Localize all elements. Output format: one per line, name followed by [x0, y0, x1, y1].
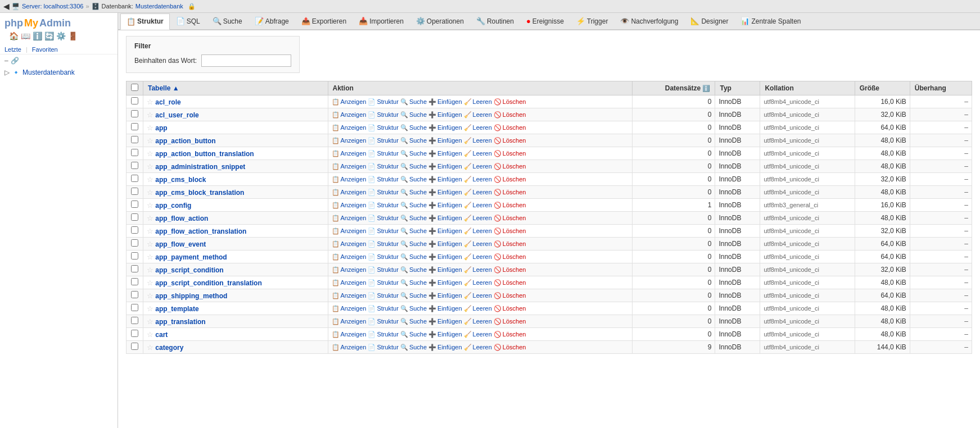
action-leeren[interactable]: 🧹 Leeren: [464, 318, 492, 325]
table-name-link[interactable]: category: [155, 344, 183, 352]
action-struktur[interactable]: 📄 Struktur: [368, 137, 399, 144]
action-leeren[interactable]: 🧹 Leeren: [464, 137, 492, 144]
table-name-link[interactable]: app_flow_action: [155, 215, 208, 222]
action-leeren[interactable]: 🧹 Leeren: [464, 202, 492, 209]
tab-operationen[interactable]: ⚙️ Operationen: [410, 13, 470, 29]
action-leeren[interactable]: 🧹 Leeren: [464, 266, 492, 274]
table-name-link[interactable]: app: [155, 124, 167, 132]
link-icon[interactable]: 🔗: [11, 57, 19, 65]
table-name-link[interactable]: acl_role: [155, 98, 180, 106]
action-suche[interactable]: 🔍 Suche: [400, 279, 427, 286]
star-icon[interactable]: ☆: [147, 227, 153, 235]
action-struktur[interactable]: 📄 Struktur: [368, 318, 399, 325]
action-struktur[interactable]: 📄 Struktur: [368, 202, 399, 209]
action-suche[interactable]: 🔍 Suche: [400, 266, 427, 274]
row-checkbox[interactable]: [131, 201, 138, 208]
action-einfuegen[interactable]: ➕ Einfügen: [428, 189, 462, 196]
row-checkbox[interactable]: [131, 97, 138, 104]
action-leeren[interactable]: 🧹 Leeren: [464, 189, 492, 196]
row-checkbox[interactable]: [131, 304, 138, 311]
table-name-link[interactable]: acl_user_role: [155, 111, 198, 119]
settings-icon[interactable]: ⚙️: [56, 31, 66, 40]
action-suche[interactable]: 🔍 Suche: [400, 189, 427, 196]
action-anzeigen[interactable]: 📋 Anzeigen: [332, 318, 367, 325]
action-anzeigen[interactable]: 📋 Anzeigen: [332, 292, 367, 299]
star-icon[interactable]: ☆: [147, 317, 153, 326]
tab-ereignisse[interactable]: ● Ereignisse: [520, 13, 570, 29]
star-icon[interactable]: ☆: [147, 136, 153, 145]
action-loeschen[interactable]: 🚫 Löschen: [494, 279, 526, 286]
tab-zentrale-spalten[interactable]: 📊 Zentrale Spalten: [734, 13, 807, 29]
action-leeren[interactable]: 🧹 Leeren: [464, 331, 492, 338]
action-anzeigen[interactable]: 📋 Anzeigen: [332, 266, 367, 274]
action-leeren[interactable]: 🧹 Leeren: [464, 176, 492, 183]
action-einfuegen[interactable]: ➕ Einfügen: [428, 176, 462, 183]
table-name-link[interactable]: app_cms_block_translation: [155, 189, 244, 197]
select-all-checkbox[interactable]: [131, 84, 138, 91]
action-einfuegen[interactable]: ➕ Einfügen: [428, 150, 462, 157]
action-struktur[interactable]: 📄 Struktur: [368, 279, 399, 286]
star-icon[interactable]: ☆: [147, 188, 153, 197]
action-anzeigen[interactable]: 📋 Anzeigen: [332, 305, 367, 312]
action-leeren[interactable]: 🧹 Leeren: [464, 253, 492, 261]
info-icon[interactable]: ℹ️: [33, 31, 42, 40]
action-anzeigen[interactable]: 📋 Anzeigen: [332, 279, 367, 286]
table-name-link[interactable]: app_action_button_translation: [155, 150, 254, 158]
star-icon[interactable]: ☆: [147, 111, 153, 119]
table-name-link[interactable]: app_template: [155, 305, 198, 313]
action-struktur[interactable]: 📄 Struktur: [368, 111, 399, 119]
action-einfuegen[interactable]: ➕ Einfügen: [428, 111, 462, 119]
row-checkbox[interactable]: [131, 265, 138, 272]
action-anzeigen[interactable]: 📋 Anzeigen: [332, 189, 367, 196]
action-loeschen[interactable]: 🚫 Löschen: [494, 124, 526, 131]
action-leeren[interactable]: 🧹 Leeren: [464, 111, 492, 119]
star-icon[interactable]: ☆: [147, 279, 153, 287]
row-checkbox[interactable]: [131, 136, 138, 143]
action-struktur[interactable]: 📄 Struktur: [368, 305, 399, 312]
action-leeren[interactable]: 🧹 Leeren: [464, 215, 492, 222]
action-suche[interactable]: 🔍 Suche: [400, 215, 427, 222]
action-suche[interactable]: 🔍 Suche: [400, 176, 427, 183]
action-anzeigen[interactable]: 📋 Anzeigen: [332, 202, 367, 209]
action-einfuegen[interactable]: ➕ Einfügen: [428, 124, 462, 131]
action-anzeigen[interactable]: 📋 Anzeigen: [332, 240, 367, 248]
action-einfuegen[interactable]: ➕ Einfügen: [428, 279, 462, 286]
action-struktur[interactable]: 📄 Struktur: [368, 163, 399, 170]
action-loeschen[interactable]: 🚫 Löschen: [494, 305, 526, 312]
action-einfuegen[interactable]: ➕ Einfügen: [428, 305, 462, 312]
nav-letzte[interactable]: Letzte: [4, 46, 21, 53]
action-suche[interactable]: 🔍 Suche: [400, 150, 427, 157]
action-leeren[interactable]: 🧹 Leeren: [464, 163, 492, 170]
nav-favoriten[interactable]: Favoriten: [32, 46, 58, 53]
star-icon[interactable]: ☆: [147, 343, 153, 352]
row-checkbox[interactable]: [131, 175, 138, 182]
action-anzeigen[interactable]: 📋 Anzeigen: [332, 227, 367, 235]
action-suche[interactable]: 🔍 Suche: [400, 305, 427, 312]
action-suche[interactable]: 🔍 Suche: [400, 253, 427, 261]
collapse-icon[interactable]: –: [4, 57, 8, 65]
tab-designer[interactable]: 📐 Designer: [684, 13, 734, 29]
row-checkbox[interactable]: [131, 291, 138, 298]
star-icon[interactable]: ☆: [147, 201, 153, 210]
star-icon[interactable]: ☆: [147, 292, 153, 300]
action-anzeigen[interactable]: 📋 Anzeigen: [332, 111, 367, 119]
tab-routinen[interactable]: 🔧 Routinen: [470, 13, 520, 29]
action-loeschen[interactable]: 🚫 Löschen: [494, 98, 526, 106]
action-suche[interactable]: 🔍 Suche: [400, 331, 427, 338]
star-icon[interactable]: ☆: [147, 124, 153, 132]
action-einfuegen[interactable]: ➕ Einfügen: [428, 215, 462, 222]
action-loeschen[interactable]: 🚫 Löschen: [494, 111, 526, 119]
row-checkbox[interactable]: [131, 252, 138, 259]
action-loeschen[interactable]: 🚫 Löschen: [494, 163, 526, 170]
action-loeschen[interactable]: 🚫 Löschen: [494, 189, 526, 196]
tab-trigger[interactable]: ⚡ Trigger: [570, 13, 615, 29]
action-loeschen[interactable]: 🚫 Löschen: [494, 292, 526, 299]
table-name-link[interactable]: app_flow_action_translation: [155, 227, 246, 235]
table-name-link[interactable]: app_action_button: [155, 137, 215, 145]
action-anzeigen[interactable]: 📋 Anzeigen: [332, 331, 367, 338]
action-struktur[interactable]: 📄 Struktur: [368, 344, 399, 351]
row-checkbox[interactable]: [131, 188, 138, 195]
tab-struktur[interactable]: 📋 Struktur: [120, 13, 170, 30]
star-icon[interactable]: ☆: [147, 175, 153, 184]
table-name-link[interactable]: app_config: [155, 202, 191, 210]
